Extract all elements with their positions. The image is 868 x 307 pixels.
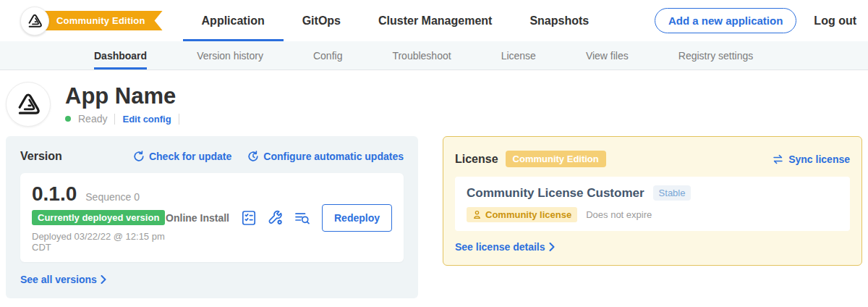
app-avatar [6, 82, 51, 127]
deployed-timestamp: Deployed 03/22/22 @ 12:15 pm CDT [32, 231, 166, 253]
tab-application[interactable]: Application [183, 0, 284, 41]
check-for-update-label: Check for update [149, 151, 231, 162]
view-logs-icon[interactable] [294, 209, 311, 227]
configure-automatic-updates-label: Configure automatic updates [263, 151, 404, 162]
subtab-config[interactable]: Config [313, 41, 342, 70]
status-dot-icon [65, 116, 71, 122]
license-card-header: License Community Edition Sync license [455, 151, 850, 167]
license-card: License Community Edition Sync license C… [443, 136, 862, 266]
chevron-right-icon [549, 243, 555, 251]
main-tabs: Application GitOps Cluster Management Sn… [183, 0, 608, 41]
tab-snapshots[interactable]: Snapshots [511, 0, 608, 41]
top-nav: Community Edition Application GitOps Clu… [0, 0, 868, 41]
deployed-status-badge: Currently deployed version [32, 210, 165, 225]
add-new-application-button[interactable]: Add a new application [655, 8, 796, 33]
edition-ribbon: Community Edition [35, 11, 163, 30]
license-card-title: License [455, 153, 498, 166]
sequence-label: Sequence 0 [85, 191, 140, 203]
version-number-row: 0.1.0 Sequence 0 [32, 182, 166, 206]
brand: Community Edition [20, 0, 163, 41]
license-type-row: Community license Does not expire [467, 207, 838, 222]
refresh-icon [133, 151, 145, 162]
version-card-title: Version [20, 150, 62, 163]
subtab-version-history[interactable]: Version history [197, 41, 263, 70]
version-card-header: Version Check for update [20, 150, 404, 163]
replicated-logo-icon [14, 91, 42, 118]
license-type-label: Community license [485, 209, 571, 220]
preflight-checks-icon[interactable] [240, 209, 258, 227]
logout-link[interactable]: Log out [814, 14, 856, 28]
subtab-license[interactable]: License [501, 41, 536, 70]
sync-arrows-icon [772, 154, 784, 164]
see-license-details-link[interactable]: See license details [455, 241, 850, 253]
sub-nav: Dashboard Version history Config Trouble… [0, 41, 868, 70]
configure-automatic-updates-link[interactable]: Configure automatic updates [247, 151, 404, 162]
see-all-versions-label: See all versions [20, 274, 97, 285]
version-card: Version Check for update [6, 136, 418, 298]
brand-logo-link[interactable] [20, 7, 49, 35]
version-actions: Online Install [166, 204, 392, 232]
community-edition-badge: Community Edition [506, 151, 606, 167]
edit-config-wrench-icon[interactable] [267, 209, 284, 227]
subtab-view-files[interactable]: View files [586, 41, 629, 70]
app-header-text: App Name Ready Edit config [65, 84, 179, 125]
divider [179, 114, 179, 125]
version-action-icons [240, 209, 311, 227]
license-details-panel: Community License Customer Stable Commun… [455, 177, 850, 231]
chevron-right-icon [101, 275, 106, 284]
top-nav-right: Add a new application Log out [655, 0, 856, 41]
tab-cluster-management[interactable]: Cluster Management [359, 0, 511, 41]
install-type-label: Online Install [166, 212, 229, 224]
dashboard-cards: Version Check for update [0, 127, 868, 298]
person-icon [472, 210, 482, 219]
subtab-registry-settings[interactable]: Registry settings [678, 41, 753, 70]
channel-badge: Stable [653, 185, 692, 201]
tab-gitops[interactable]: GitOps [284, 0, 359, 41]
sync-license-link[interactable]: Sync license [772, 154, 850, 165]
subtab-dashboard[interactable]: Dashboard [94, 41, 147, 70]
redeploy-button[interactable]: Redeploy [322, 204, 392, 232]
status-badge: Ready [78, 113, 107, 125]
page-title: App Name [65, 84, 179, 109]
edit-config-link[interactable]: Edit config [122, 114, 171, 125]
subtab-troubleshoot[interactable]: Troubleshoot [392, 41, 451, 70]
license-customer-row: Community License Customer Stable [467, 185, 838, 201]
license-expiry: Does not expire [586, 209, 652, 220]
check-for-update-link[interactable]: Check for update [133, 151, 231, 162]
current-version-panel: 0.1.0 Sequence 0 Currently deployed vers… [20, 173, 404, 262]
app-status-row: Ready Edit config [65, 113, 179, 125]
app-header: App Name Ready Edit config [0, 70, 868, 127]
divider [114, 114, 115, 125]
license-type-badge: Community license [467, 207, 577, 222]
version-number: 0.1.0 [32, 182, 77, 206]
version-header-links: Check for update Configure automatic upd… [133, 151, 404, 162]
see-license-details-label: See license details [455, 241, 545, 253]
auto-update-clock-icon [247, 151, 259, 162]
customer-name: Community License Customer [467, 186, 644, 201]
sync-license-label: Sync license [788, 154, 850, 165]
replicated-logo-icon [26, 12, 43, 30]
see-all-versions-link[interactable]: See all versions [20, 274, 404, 285]
current-version-info: 0.1.0 Sequence 0 Currently deployed vers… [32, 182, 166, 253]
